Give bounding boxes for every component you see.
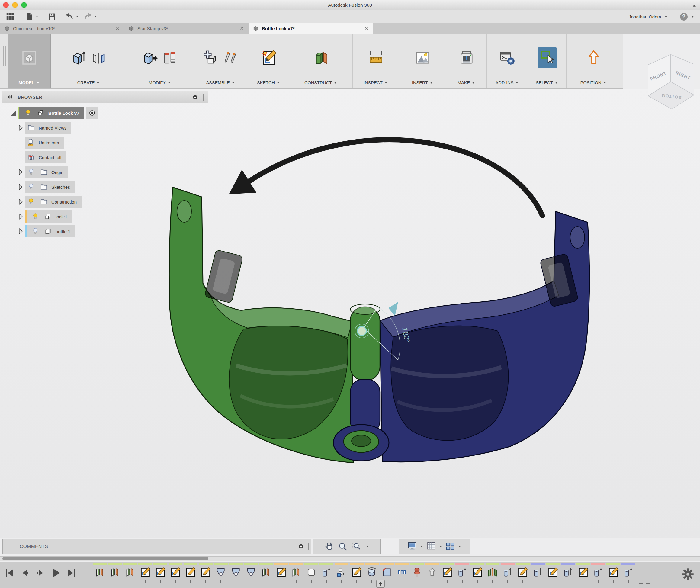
scrollbar-thumb[interactable] xyxy=(2,557,208,560)
chevron-down-icon[interactable] xyxy=(691,15,695,19)
timeline-feature-2-plane[interactable] xyxy=(108,563,123,587)
visibility-bulb-pale-icon[interactable] xyxy=(31,227,39,235)
node-pill[interactable]: Contact: all xyxy=(25,151,66,163)
ribbon-section-add-ins[interactable]: ADD-INS xyxy=(487,34,528,88)
ribbon-section-make[interactable]: MAKE xyxy=(446,34,487,88)
expand-arrow-icon[interactable] xyxy=(16,227,25,236)
user-menu[interactable]: Jonathan Odom xyxy=(629,14,661,19)
browser-node-construction[interactable]: Construction xyxy=(9,196,98,208)
node-pill[interactable]: Construction xyxy=(25,196,82,208)
timeline-feature-34-extrude[interactable] xyxy=(591,563,606,587)
mirrorpair-icon[interactable] xyxy=(91,50,107,66)
zoom-icon[interactable] xyxy=(338,541,348,551)
ribbon-section-label[interactable]: SELECT xyxy=(536,77,558,88)
help-icon[interactable]: ? xyxy=(680,13,688,21)
display-settings-icon[interactable] xyxy=(407,541,417,551)
chevron-up-icon[interactable] xyxy=(691,2,698,9)
visibility-bulb-pale-icon[interactable] xyxy=(27,183,35,191)
skip-to-start-icon[interactable] xyxy=(4,567,16,579)
ribbon-section-inspect[interactable]: INSPECT xyxy=(353,34,399,88)
ribbon-section-label[interactable]: ASSEMBLE xyxy=(206,77,235,88)
timeline-feature-7-sketch[interactable] xyxy=(183,563,198,587)
sketchbig-icon[interactable] xyxy=(260,49,277,66)
ribbon-section-label[interactable]: ADD-INS xyxy=(496,77,519,88)
timeline-feature-3-plane[interactable] xyxy=(123,563,138,587)
ribbon-section-position[interactable]: POSITION xyxy=(567,34,621,88)
timeline-feature-26-sketch[interactable] xyxy=(470,563,485,587)
timeline-feature-35-sketch[interactable] xyxy=(606,563,621,587)
close-icon[interactable] xyxy=(239,25,245,31)
pan-icon[interactable] xyxy=(324,541,334,551)
viewports-icon[interactable] xyxy=(445,541,455,551)
timeline-feature-27-mirror[interactable] xyxy=(485,563,500,587)
chevron-down-icon[interactable] xyxy=(366,545,370,548)
ribbon-section-label[interactable]: CONSTRUCT xyxy=(304,77,337,88)
activate-component-radio[interactable] xyxy=(86,107,98,119)
grid-settings-icon[interactable] xyxy=(426,541,436,551)
timeline-feature-22-pin[interactable] xyxy=(409,563,425,587)
timeline-feature-6-sketch[interactable] xyxy=(168,563,183,587)
ribbon-section-create[interactable]: CREATE xyxy=(51,34,127,88)
timeline-feature-24-sketch[interactable] xyxy=(440,563,455,587)
chevron-down-icon[interactable] xyxy=(458,545,462,548)
expand-arrow-icon[interactable] xyxy=(16,183,25,191)
ribbon-section-label[interactable]: SKETCH xyxy=(257,77,280,88)
node-pill[interactable]: Bottle Lock v7 xyxy=(18,107,84,119)
timeline-feature-1-plane[interactable] xyxy=(92,563,108,587)
timeline-feature-10-hole[interactable] xyxy=(228,563,243,587)
document-tab-1[interactable]: Chiminea ...tion v10* xyxy=(0,23,124,34)
timeline-feature-11-hole[interactable] xyxy=(243,563,258,587)
timeline-feature-15-box[interactable] xyxy=(304,563,319,587)
file-icon[interactable] xyxy=(25,12,34,21)
document-tab-3[interactable]: Bottle Lock v7* xyxy=(249,23,373,34)
viewcube[interactable]: FRONT RIGHT BOTTOM xyxy=(642,51,700,113)
params-icon[interactable] xyxy=(162,50,178,66)
redo-button[interactable] xyxy=(83,12,92,21)
joint-icon[interactable] xyxy=(223,50,239,66)
circle-plus-icon[interactable] xyxy=(297,542,305,550)
timeline-feature-8-sketch[interactable] xyxy=(198,563,213,587)
node-pill[interactable]: Named Views xyxy=(25,122,71,134)
circle-minus-icon[interactable] xyxy=(191,93,199,101)
ribbon-section-label[interactable]: INSPECT xyxy=(364,77,388,88)
browser-node-named-views[interactable]: Named Views xyxy=(9,122,98,134)
zoom-window-icon[interactable] xyxy=(352,541,362,551)
timeline-marker-plus-icon[interactable] xyxy=(376,580,385,588)
expand-arrow-icon[interactable] xyxy=(16,168,25,176)
visibility-bulb-yellow-icon[interactable] xyxy=(27,198,35,206)
expand-arrow-icon[interactable] xyxy=(16,198,25,206)
timeline-feature-29-sketch[interactable] xyxy=(515,563,530,587)
ribbon-section-construct[interactable]: CONSTRUCT xyxy=(289,34,353,88)
node-pill[interactable]: bottle:1 xyxy=(25,225,75,237)
node-pill[interactable]: Units: mm xyxy=(25,137,64,149)
visibility-bulb-yellow-icon[interactable] xyxy=(31,213,39,220)
close-icon[interactable] xyxy=(363,25,369,31)
browser-panel-header[interactable]: BROWSER xyxy=(2,91,208,103)
timeline-feature-14-plane[interactable] xyxy=(289,563,304,587)
ribbon-section-modify[interactable]: MODIFY xyxy=(127,34,193,88)
ribbon-section-model[interactable]: MODEL xyxy=(8,34,51,88)
visibility-bulb-pale-icon[interactable] xyxy=(27,168,35,176)
presspull-icon[interactable] xyxy=(142,50,158,66)
expand-arrow-icon[interactable] xyxy=(16,212,25,221)
node-pill[interactable]: Origin xyxy=(25,166,68,178)
timeline-feature-21-pattern[interactable] xyxy=(394,563,409,587)
select-tool-chip[interactable] xyxy=(538,47,557,68)
ribbon-grip[interactable] xyxy=(3,46,6,66)
expand-arrow-icon[interactable] xyxy=(16,124,25,132)
chevron-down-icon[interactable] xyxy=(420,545,424,548)
timeline-settings-gear-icon[interactable] xyxy=(681,567,695,581)
image-icon[interactable] xyxy=(414,49,431,66)
browser-node-contact-all[interactable]: Contact: all xyxy=(9,151,98,163)
save-button[interactable] xyxy=(47,12,56,21)
ribbon-section-label[interactable]: MODIFY xyxy=(149,77,171,88)
3d-viewport[interactable]: 180° xyxy=(0,89,700,538)
panel-resize-grip[interactable] xyxy=(203,94,204,101)
addins-icon[interactable] xyxy=(499,49,516,66)
collapse-arrow-icon[interactable] xyxy=(9,109,18,117)
timeline-feature-25-extrude[interactable] xyxy=(455,563,470,587)
timeline-feature-12-plane[interactable] xyxy=(258,563,274,587)
timeline-feature-33-sketch[interactable] xyxy=(576,563,591,587)
step-back-icon[interactable] xyxy=(19,567,31,579)
browser-node-bottle-lock-v7[interactable]: Bottle Lock v7 xyxy=(9,107,98,119)
